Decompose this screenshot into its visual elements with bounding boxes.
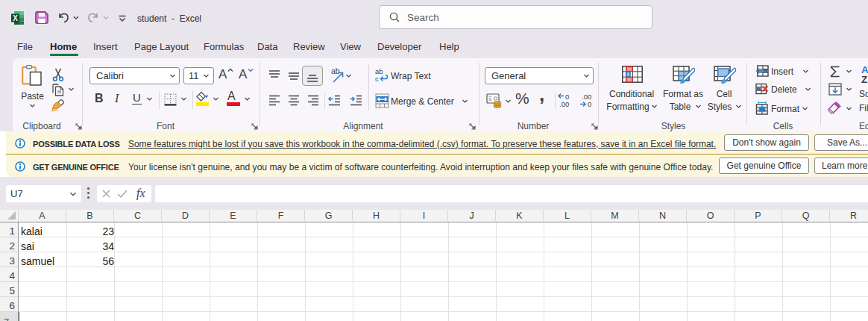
svg-text:c: c <box>375 75 379 83</box>
svg-text:ab: ab <box>331 67 340 75</box>
svg-text:.00: .00 <box>582 93 591 101</box>
svg-text:0: 0 <box>588 100 591 108</box>
svg-text:X: X <box>13 14 18 22</box>
svg-text:0: 0 <box>565 93 569 101</box>
svg-text:.00: .00 <box>559 100 569 108</box>
